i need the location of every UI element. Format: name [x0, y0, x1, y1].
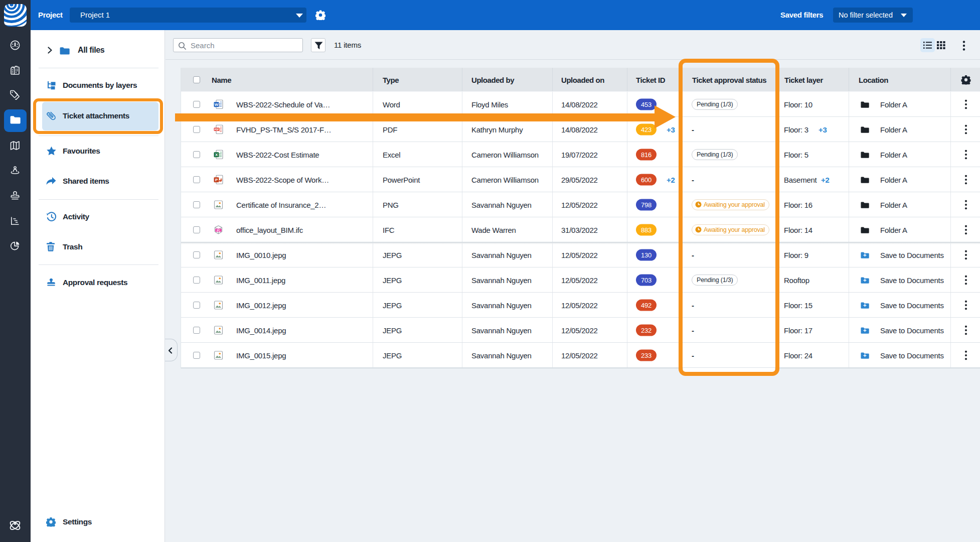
svg-text:IFC: IFC — [217, 229, 221, 231]
svg-text:PDF: PDF — [214, 127, 219, 130]
svg-text:W: W — [215, 102, 219, 107]
